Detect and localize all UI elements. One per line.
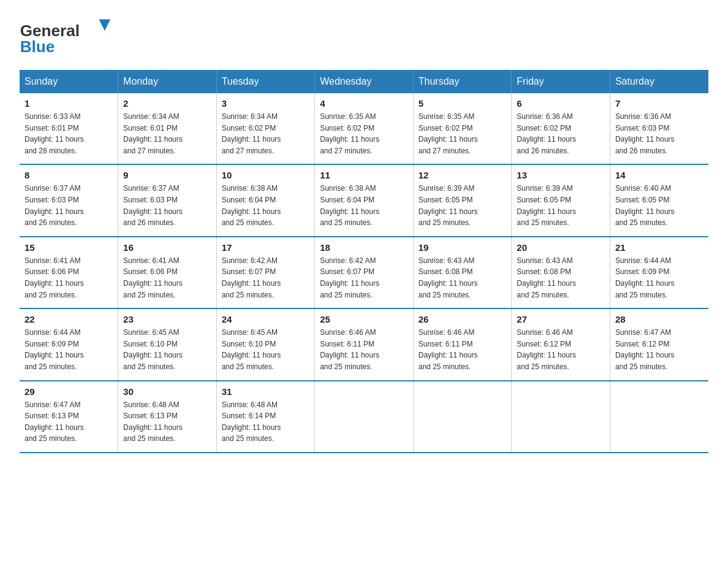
day-info: Sunrise: 6:43 AMSunset: 6:08 PMDaylight:… [419,255,507,301]
week-row-5: 29Sunrise: 6:47 AMSunset: 6:13 PMDayligh… [20,381,708,453]
day-info: Sunrise: 6:37 AMSunset: 6:03 PMDaylight:… [25,183,113,228]
day-number: 11 [320,170,408,180]
day-number: 16 [123,242,211,253]
day-cell-32 [315,381,414,453]
logo-svg: General Blue [20,15,118,58]
day-number: 17 [222,242,310,253]
day-number: 4 [320,98,408,109]
page-header: General Blue [20,15,708,58]
day-cell-5: 5Sunrise: 6:35 AMSunset: 6:02 PMDaylight… [413,93,512,164]
day-number: 8 [25,170,113,180]
day-cell-34 [512,381,610,453]
day-number: 2 [123,98,211,109]
day-cell-14: 14Sunrise: 6:40 AMSunset: 6:05 PMDayligh… [610,164,708,236]
day-number: 28 [615,314,703,324]
day-info: Sunrise: 6:42 AMSunset: 6:07 PMDaylight:… [222,255,310,301]
header-cell-sunday: Sunday [20,70,118,93]
header-cell-monday: Monday [118,70,217,93]
day-cell-4: 4Sunrise: 6:35 AMSunset: 6:02 PMDaylight… [315,93,414,164]
header-row: SundayMondayTuesdayWednesdayThursdayFrid… [20,70,708,93]
day-number: 12 [419,170,507,180]
day-number: 24 [222,314,310,324]
day-number: 27 [517,314,605,324]
day-number: 14 [615,170,703,180]
day-number: 29 [25,386,113,397]
day-info: Sunrise: 6:38 AMSunset: 6:04 PMDaylight:… [222,183,310,228]
svg-text:Blue: Blue [20,37,55,56]
week-row-4: 22Sunrise: 6:44 AMSunset: 6:09 PMDayligh… [20,308,708,380]
day-info: Sunrise: 6:41 AMSunset: 6:06 PMDaylight:… [25,255,113,301]
day-cell-31: 31Sunrise: 6:48 AMSunset: 6:14 PMDayligh… [216,381,315,453]
day-cell-9: 9Sunrise: 6:37 AMSunset: 6:03 PMDaylight… [118,164,217,236]
day-cell-2: 2Sunrise: 6:34 AMSunset: 6:01 PMDaylight… [118,93,217,164]
calendar-table: SundayMondayTuesdayWednesdayThursdayFrid… [20,70,708,453]
day-number: 23 [123,314,211,324]
day-cell-24: 24Sunrise: 6:45 AMSunset: 6:10 PMDayligh… [216,308,315,380]
day-number: 25 [320,314,408,324]
day-info: Sunrise: 6:39 AMSunset: 6:05 PMDaylight:… [419,183,507,228]
day-number: 1 [25,98,113,109]
day-number: 10 [222,170,310,180]
day-cell-11: 11Sunrise: 6:38 AMSunset: 6:04 PMDayligh… [315,164,414,236]
day-info: Sunrise: 6:42 AMSunset: 6:07 PMDaylight:… [320,255,408,301]
day-info: Sunrise: 6:45 AMSunset: 6:10 PMDaylight:… [222,327,310,372]
day-info: Sunrise: 6:35 AMSunset: 6:02 PMDaylight:… [320,111,408,156]
day-number: 13 [517,170,605,180]
day-number: 6 [517,98,605,109]
day-info: Sunrise: 6:47 AMSunset: 6:13 PMDaylight:… [25,399,113,445]
day-info: Sunrise: 6:45 AMSunset: 6:10 PMDaylight:… [123,327,211,372]
day-cell-18: 18Sunrise: 6:42 AMSunset: 6:07 PMDayligh… [315,237,414,308]
svg-marker-1 [99,19,110,31]
day-info: Sunrise: 6:39 AMSunset: 6:05 PMDaylight:… [517,183,605,228]
day-cell-21: 21Sunrise: 6:44 AMSunset: 6:09 PMDayligh… [610,237,708,308]
day-info: Sunrise: 6:46 AMSunset: 6:11 PMDaylight:… [419,327,507,372]
day-cell-29: 29Sunrise: 6:47 AMSunset: 6:13 PMDayligh… [20,381,118,453]
day-number: 21 [615,242,703,253]
week-row-1: 1Sunrise: 6:33 AMSunset: 6:01 PMDaylight… [20,93,708,164]
day-number: 9 [123,170,211,180]
day-info: Sunrise: 6:37 AMSunset: 6:03 PMDaylight:… [123,183,211,228]
header-cell-friday: Friday [512,70,610,93]
day-number: 5 [419,98,507,109]
day-info: Sunrise: 6:44 AMSunset: 6:09 PMDaylight:… [25,327,113,372]
day-cell-15: 15Sunrise: 6:41 AMSunset: 6:06 PMDayligh… [20,237,118,308]
day-number: 15 [25,242,113,253]
day-info: Sunrise: 6:46 AMSunset: 6:12 PMDaylight:… [517,327,605,372]
week-row-3: 15Sunrise: 6:41 AMSunset: 6:06 PMDayligh… [20,237,708,308]
day-cell-35 [610,381,708,453]
day-number: 22 [25,314,113,324]
header-cell-thursday: Thursday [413,70,512,93]
day-number: 20 [517,242,605,253]
day-info: Sunrise: 6:38 AMSunset: 6:04 PMDaylight:… [320,183,408,228]
day-info: Sunrise: 6:46 AMSunset: 6:11 PMDaylight:… [320,327,408,372]
day-cell-3: 3Sunrise: 6:34 AMSunset: 6:02 PMDaylight… [216,93,315,164]
day-info: Sunrise: 6:48 AMSunset: 6:14 PMDaylight:… [222,399,310,445]
day-info: Sunrise: 6:41 AMSunset: 6:06 PMDaylight:… [123,255,211,301]
day-info: Sunrise: 6:44 AMSunset: 6:09 PMDaylight:… [615,255,703,301]
header-cell-wednesday: Wednesday [315,70,414,93]
day-info: Sunrise: 6:34 AMSunset: 6:02 PMDaylight:… [222,111,310,156]
day-cell-6: 6Sunrise: 6:36 AMSunset: 6:02 PMDaylight… [512,93,610,164]
day-info: Sunrise: 6:36 AMSunset: 6:03 PMDaylight:… [615,111,703,156]
day-info: Sunrise: 6:40 AMSunset: 6:05 PMDaylight:… [615,183,703,228]
day-number: 18 [320,242,408,253]
day-cell-26: 26Sunrise: 6:46 AMSunset: 6:11 PMDayligh… [413,308,512,380]
day-number: 31 [222,386,310,397]
day-number: 3 [222,98,310,109]
day-info: Sunrise: 6:36 AMSunset: 6:02 PMDaylight:… [517,111,605,156]
day-cell-8: 8Sunrise: 6:37 AMSunset: 6:03 PMDaylight… [20,164,118,236]
day-cell-7: 7Sunrise: 6:36 AMSunset: 6:03 PMDaylight… [610,93,708,164]
week-row-2: 8Sunrise: 6:37 AMSunset: 6:03 PMDaylight… [20,164,708,236]
day-info: Sunrise: 6:35 AMSunset: 6:02 PMDaylight:… [419,111,507,156]
header-cell-tuesday: Tuesday [216,70,315,93]
day-info: Sunrise: 6:47 AMSunset: 6:12 PMDaylight:… [615,327,703,372]
day-info: Sunrise: 6:34 AMSunset: 6:01 PMDaylight:… [123,111,211,156]
day-number: 26 [419,314,507,324]
day-cell-28: 28Sunrise: 6:47 AMSunset: 6:12 PMDayligh… [610,308,708,380]
day-cell-12: 12Sunrise: 6:39 AMSunset: 6:05 PMDayligh… [413,164,512,236]
logo: General Blue [20,15,118,58]
day-cell-33 [413,381,512,453]
day-number: 7 [615,98,703,109]
header-cell-saturday: Saturday [610,70,708,93]
day-cell-20: 20Sunrise: 6:43 AMSunset: 6:08 PMDayligh… [512,237,610,308]
